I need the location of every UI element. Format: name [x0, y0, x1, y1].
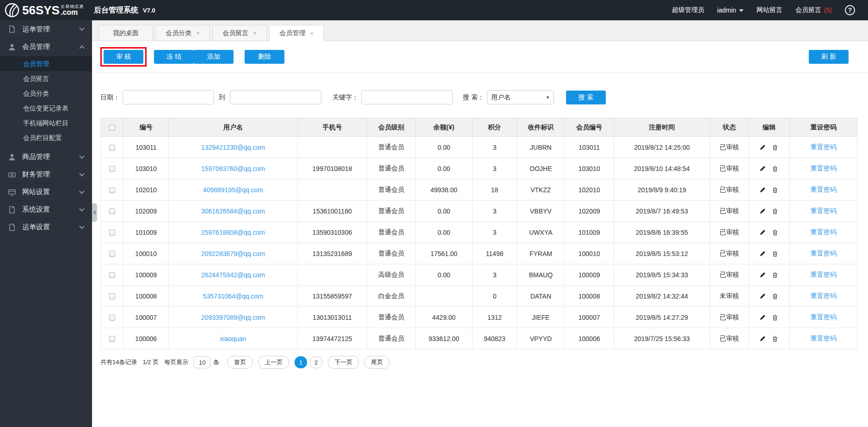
first-page-button[interactable]: 首页: [228, 356, 252, 369]
trash-icon[interactable]: [772, 187, 778, 193]
reset-password-link[interactable]: 重置密码: [811, 313, 837, 321]
reset-password-link[interactable]: 重置密码: [811, 165, 837, 172]
help-icon[interactable]: ?: [845, 5, 855, 15]
reset-password-link[interactable]: 重置密码: [811, 186, 837, 193]
trash-icon[interactable]: [772, 144, 778, 151]
row-checkbox[interactable]: [109, 166, 115, 172]
refresh-button[interactable]: 刷 新: [809, 50, 849, 64]
trash-icon[interactable]: [772, 250, 778, 257]
row-checkbox[interactable]: [109, 145, 115, 151]
select-all-checkbox[interactable]: [109, 125, 115, 131]
pencil-icon[interactable]: [759, 207, 766, 214]
row-checkbox[interactable]: [109, 272, 115, 278]
pencil-icon[interactable]: [759, 186, 766, 193]
member-no: 102010: [579, 186, 600, 194]
username-link[interactable]: 1597063760@qq.com: [201, 165, 265, 172]
row-checkbox[interactable]: [109, 251, 115, 257]
reset-password-link[interactable]: 重置密码: [811, 228, 837, 236]
row-checkbox[interactable]: [109, 208, 115, 214]
date-to-input[interactable]: [230, 90, 321, 104]
page-number-2[interactable]: 2: [310, 356, 322, 368]
close-icon[interactable]: ×: [310, 30, 314, 37]
username-link[interactable]: 3061628584@qq.com: [201, 207, 265, 215]
pencil-icon[interactable]: [759, 165, 766, 172]
pencil-icon[interactable]: [759, 335, 766, 342]
sidebar-item-会员管理[interactable]: 会员管理: [0, 38, 92, 55]
member-level: 普通会员: [378, 250, 404, 257]
submenu-item-会员留言[interactable]: 会员留言: [0, 71, 92, 86]
sidebar-item-网站设置[interactable]: 网站设置: [0, 183, 92, 201]
tab-会员分类[interactable]: 会员分类×: [155, 25, 210, 41]
chevron-down-icon: [79, 189, 84, 194]
submenu-item-会员分类[interactable]: 会员分类: [0, 86, 92, 101]
row-checkbox[interactable]: [109, 187, 115, 193]
trash-icon[interactable]: [772, 208, 778, 214]
next-page-button[interactable]: 下一页: [328, 356, 359, 369]
close-icon[interactable]: ×: [253, 30, 257, 37]
trash-icon[interactable]: [772, 336, 778, 342]
sidebar-item-运单设置[interactable]: 运单设置: [0, 218, 92, 236]
keyword-input[interactable]: [361, 90, 453, 104]
sidebar-item-商品管理[interactable]: 商品管理: [0, 148, 92, 165]
main-content: 我的桌面会员分类×会员留言×会员管理× 审 核 冻 结 添加 删除 刷 新 日期…: [92, 20, 868, 427]
trash-icon[interactable]: [772, 165, 778, 172]
tab-我的桌面[interactable]: 我的桌面: [98, 25, 153, 41]
username-link[interactable]: 2092283679@qq.com: [201, 250, 265, 257]
sidebar-item-系统设置[interactable]: 系统设置: [0, 201, 92, 218]
search-button[interactable]: 搜 索: [566, 91, 606, 104]
member-messages-link[interactable]: 会员留言 (5): [795, 6, 832, 14]
last-page-button[interactable]: 尾页: [364, 356, 389, 369]
username-link[interactable]: 535731064@qq.com: [203, 293, 263, 300]
logo-text: 56SYS: [22, 3, 60, 18]
tab-会员管理[interactable]: 会员管理×: [269, 25, 324, 41]
trash-icon[interactable]: [772, 293, 778, 299]
page-number-1[interactable]: 1: [295, 356, 307, 368]
username-link[interactable]: 2624475942@qq.com: [201, 271, 265, 279]
username-link[interactable]: 2597618808@qq.com: [201, 229, 265, 236]
user-menu[interactable]: iadmin: [717, 6, 744, 14]
close-icon[interactable]: ×: [196, 30, 200, 37]
pencil-icon[interactable]: [759, 271, 766, 278]
trash-icon[interactable]: [772, 229, 778, 236]
username-link[interactable]: xiaoquan: [220, 335, 246, 342]
search-type-select[interactable]: 用户名 ▼: [487, 90, 554, 104]
audit-button[interactable]: 审 核: [104, 50, 143, 64]
sidebar-item-运单管理[interactable]: 运单管理: [0, 20, 92, 38]
member-id: 100009: [135, 271, 157, 279]
reset-password-link[interactable]: 重置密码: [811, 271, 837, 278]
sidebar-collapse-handle[interactable]: [92, 203, 97, 222]
pencil-icon[interactable]: [759, 144, 766, 151]
sidebar-item-财务管理[interactable]: 财务管理: [0, 165, 92, 183]
reset-password-link[interactable]: 重置密码: [811, 250, 837, 257]
username-link[interactable]: 2093397089@qq.com: [201, 314, 265, 321]
row-checkbox[interactable]: [109, 336, 115, 342]
prev-page-button[interactable]: 上一页: [258, 356, 289, 369]
submenu-item-会员栏目配置[interactable]: 会员栏目配置: [0, 130, 92, 145]
trash-icon[interactable]: [772, 314, 778, 321]
add-button[interactable]: 添加: [194, 50, 234, 64]
chevron-down-icon: [79, 171, 84, 176]
submenu-item-会员管理[interactable]: 会员管理: [0, 56, 92, 71]
submenu-item-仓位变更记录表[interactable]: 仓位变更记录表: [0, 101, 92, 116]
reset-password-link[interactable]: 重置密码: [811, 292, 837, 299]
pencil-icon[interactable]: [759, 250, 766, 257]
delete-button[interactable]: 删除: [245, 50, 284, 64]
per-page-input[interactable]: [194, 356, 210, 368]
username-link[interactable]: 1329421230@qq.com: [201, 144, 265, 151]
pencil-icon[interactable]: [759, 293, 766, 299]
pencil-icon[interactable]: [759, 314, 766, 321]
pencil-icon[interactable]: [759, 229, 766, 236]
trash-icon[interactable]: [772, 272, 778, 278]
reset-password-link[interactable]: 重置密码: [811, 207, 837, 214]
row-checkbox[interactable]: [109, 293, 115, 299]
date-from-input[interactable]: [123, 90, 214, 104]
row-checkbox[interactable]: [109, 230, 115, 236]
reset-password-link[interactable]: 重置密码: [811, 335, 837, 342]
username-link[interactable]: 409889195@qq.com: [203, 186, 263, 194]
site-messages-link[interactable]: 网站留言: [757, 6, 782, 14]
row-checkbox[interactable]: [109, 315, 115, 321]
freeze-button[interactable]: 冻 结: [154, 50, 194, 64]
submenu-item-手机端网站栏目[interactable]: 手机端网站栏目: [0, 116, 92, 130]
tab-会员留言[interactable]: 会员留言×: [212, 25, 267, 41]
reset-password-link[interactable]: 重置密码: [811, 143, 837, 151]
